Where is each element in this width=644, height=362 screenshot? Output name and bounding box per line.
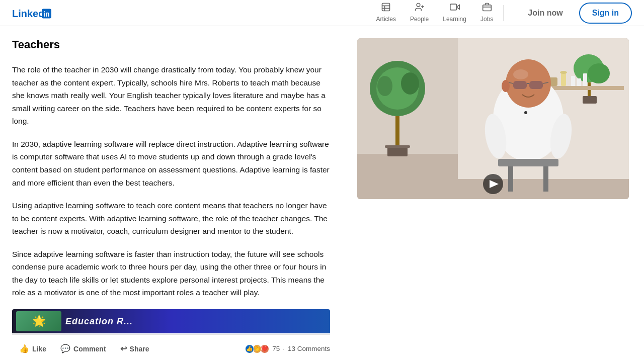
svg-rect-10 <box>482 5 491 11</box>
paragraph-3: Using adaptive learning software to teac… <box>12 199 330 238</box>
nav-people[interactable]: People <box>404 0 435 26</box>
people-label: People <box>410 16 429 23</box>
reaction-count: 75 <box>272 345 280 352</box>
svg-point-17 <box>377 76 392 96</box>
paragraph-1: The role of the teacher in 2030 will cha… <box>12 63 330 128</box>
nav-articles[interactable]: Articles <box>370 0 402 26</box>
main-nav: Articles People Learning <box>370 0 500 26</box>
svg-point-23 <box>588 63 610 83</box>
nav-jobs[interactable]: Jobs <box>474 0 499 26</box>
preview-title-text: Education R... <box>65 316 133 327</box>
svg-point-18 <box>401 72 419 95</box>
articles-label: Articles <box>376 16 396 23</box>
share-button[interactable]: ↩ Share <box>113 340 156 357</box>
share-icon: ↩ <box>120 344 127 353</box>
svg-rect-39 <box>513 81 527 89</box>
comments-count: 13 Comments <box>288 345 330 352</box>
svg-point-7 <box>417 4 420 7</box>
svg-rect-33 <box>577 78 581 86</box>
svg-rect-9 <box>450 4 456 10</box>
svg-rect-30 <box>561 72 566 86</box>
embedded-video-preview[interactable]: 🌟 Education R... <box>12 309 330 333</box>
svg-rect-50 <box>543 166 548 192</box>
reaction-summary: 👍 👏 ❤️ 75 · 13 Comments <box>247 344 330 353</box>
jobs-label: Jobs <box>480 16 493 23</box>
svg-rect-19 <box>395 116 399 146</box>
auth-buttons: Join now Sign in <box>516 3 632 24</box>
separator: · <box>283 345 285 352</box>
main-container: Teachers The role of the teacher in 2030… <box>0 26 644 362</box>
svg-marker-8 <box>456 5 459 9</box>
article-title: Teachers <box>12 38 330 51</box>
like-reaction-icon: 👍 <box>245 344 254 353</box>
learning-label: Learning <box>443 16 466 23</box>
comment-icon: 💬 <box>60 344 70 353</box>
like-icon: 👍 <box>19 344 29 353</box>
svg-point-45 <box>524 111 527 114</box>
articles-icon <box>381 2 391 15</box>
svg-rect-32 <box>571 76 575 86</box>
svg-rect-49 <box>508 166 513 192</box>
comment-button[interactable]: 💬 Comment <box>53 340 113 357</box>
svg-point-44 <box>502 80 510 92</box>
svg-rect-3 <box>382 4 390 11</box>
svg-rect-40 <box>529 81 543 89</box>
nav-auth-divider <box>503 5 504 21</box>
people-icon <box>415 2 425 15</box>
svg-point-38 <box>513 69 528 79</box>
svg-rect-34 <box>583 73 587 86</box>
right-column <box>342 38 644 362</box>
nav-learning[interactable]: Learning <box>437 0 472 26</box>
like-button[interactable]: 👍 Like <box>12 340 53 357</box>
linkedin-logo[interactable]: Linked in <box>12 5 54 21</box>
like-label: Like <box>32 345 46 353</box>
learning-icon <box>450 2 460 15</box>
svg-rect-21 <box>385 145 410 148</box>
reaction-icons: 👍 👏 ❤️ <box>247 344 269 353</box>
comment-label: Comment <box>73 345 106 353</box>
svg-text:in: in <box>43 10 49 18</box>
header: Linked in Articles <box>0 0 644 26</box>
video-thumbnail[interactable] <box>357 38 629 199</box>
share-label: Share <box>130 345 149 353</box>
svg-rect-48 <box>498 159 558 166</box>
svg-rect-25 <box>583 96 597 104</box>
video-scene-svg <box>357 38 629 199</box>
paragraph-4: Since adaptive learning software is fast… <box>12 248 330 299</box>
svg-text:Linked: Linked <box>12 8 44 19</box>
sign-in-button[interactable]: Sign in <box>579 3 632 24</box>
jobs-icon <box>482 2 492 15</box>
article-content: Teachers The role of the teacher in 2030… <box>0 38 342 362</box>
svg-point-31 <box>560 71 567 74</box>
preview-thumbnail-left: 🌟 <box>16 311 61 331</box>
action-bar: 👍 Like 💬 Comment ↩ Share 👍 👏 ❤️ 75 · 13 … <box>12 334 330 362</box>
paragraph-2: In 2030, adaptive learning software will… <box>12 138 330 189</box>
join-now-button[interactable]: Join now <box>516 4 575 23</box>
